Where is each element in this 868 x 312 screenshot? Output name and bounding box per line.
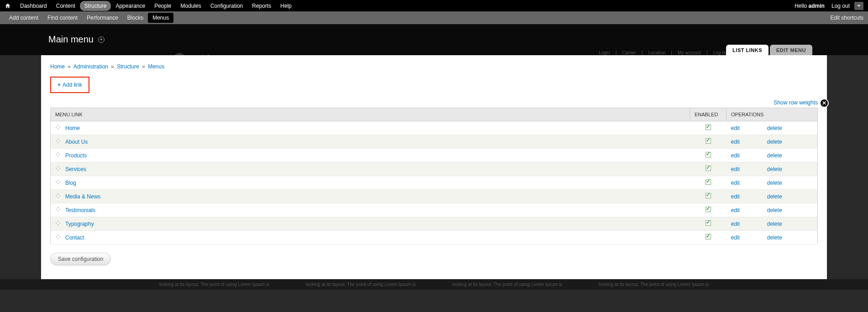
admin-menu-item[interactable]: Appearance: [111, 1, 150, 11]
table-row: Serviceseditdelete: [51, 162, 818, 176]
greeting-username: admin: [809, 3, 825, 9]
edit-link[interactable]: edit: [731, 180, 740, 186]
edit-link[interactable]: edit: [731, 221, 740, 227]
shortcut-item[interactable]: Add content: [5, 13, 43, 23]
enabled-checkbox[interactable]: [706, 193, 711, 198]
logout-link[interactable]: Log out: [831, 3, 850, 9]
tab-list-links[interactable]: LIST LINKS: [726, 45, 769, 56]
enabled-checkbox[interactable]: [706, 179, 711, 185]
shortcut-item[interactable]: Find content: [43, 13, 82, 23]
table-row: Contacteditdelete: [51, 231, 818, 244]
delete-link[interactable]: delete: [767, 166, 782, 172]
edit-link[interactable]: edit: [731, 234, 740, 241]
menu-link-item[interactable]: Home: [65, 125, 80, 131]
drag-handle-icon[interactable]: [55, 193, 61, 198]
table-row: Typographyeditdelete: [51, 217, 818, 231]
admin-menu-item[interactable]: Configuration: [206, 1, 247, 11]
overlay-tabs: LIST LINKS EDIT MENU: [726, 45, 812, 56]
enabled-checkbox[interactable]: [706, 166, 711, 171]
admin-toolbar: DashboardContentStructureAppearancePeopl…: [0, 0, 868, 11]
delete-link[interactable]: delete: [767, 180, 782, 186]
overlay-content: Home » Administration » Structure » Menu…: [41, 55, 827, 279]
enabled-checkbox[interactable]: [706, 207, 711, 212]
table-row: Homeeditdelete: [51, 121, 818, 135]
close-overlay-button[interactable]: ✕: [820, 99, 829, 108]
tab-edit-menu[interactable]: EDIT MENU: [770, 45, 812, 56]
edit-link[interactable]: edit: [731, 193, 740, 200]
toolbar-dropdown-toggle[interactable]: [854, 2, 863, 10]
edit-link[interactable]: edit: [731, 125, 740, 131]
breadcrumb-structure[interactable]: Structure: [117, 63, 139, 70]
menu-link-item[interactable]: Products: [65, 152, 87, 159]
delete-link[interactable]: delete: [767, 125, 782, 131]
table-row: About Useditdelete: [51, 135, 818, 149]
delete-link[interactable]: delete: [767, 139, 782, 145]
menu-link-item[interactable]: Testimonials: [65, 207, 95, 213]
show-row-weights: Show row weights: [50, 99, 818, 106]
show-row-weights-link[interactable]: Show row weights: [774, 99, 818, 106]
drag-handle-icon[interactable]: [55, 152, 61, 157]
delete-link[interactable]: delete: [767, 234, 782, 241]
admin-menu-item[interactable]: Help: [276, 1, 296, 11]
shortcut-item[interactable]: Menus: [148, 13, 173, 23]
menu-link-item[interactable]: Media & News: [65, 193, 100, 200]
bg-lorem-2: looking at its layout. The point of usin…: [306, 282, 416, 287]
edit-shortcuts-link[interactable]: Edit shortcuts: [830, 15, 863, 21]
shortcut-item[interactable]: Blocks: [123, 13, 148, 23]
overlay-header: RubiX Login|Career|Location|My account|L…: [0, 24, 868, 55]
shortcut-item[interactable]: Performance: [82, 13, 123, 23]
edit-link[interactable]: edit: [731, 207, 740, 213]
admin-menu: DashboardContentStructureAppearancePeopl…: [16, 1, 296, 11]
breadcrumb-home[interactable]: Home: [50, 63, 65, 70]
greeting: Hello admin: [795, 3, 825, 9]
admin-menu-item[interactable]: Dashboard: [16, 1, 52, 11]
edit-link[interactable]: edit: [731, 152, 740, 159]
enabled-checkbox[interactable]: [706, 125, 711, 130]
drag-handle-icon[interactable]: [55, 234, 61, 239]
menu-link-item[interactable]: Services: [65, 166, 86, 172]
bg-lorem-3: looking at its layout. The point of usin…: [452, 282, 562, 287]
drag-handle-icon[interactable]: [55, 220, 61, 226]
admin-menu-item[interactable]: Modules: [176, 1, 206, 11]
admin-menu-item[interactable]: Structure: [80, 1, 111, 11]
enabled-checkbox[interactable]: [706, 138, 711, 144]
enabled-checkbox[interactable]: [706, 220, 711, 226]
drag-handle-icon[interactable]: [55, 179, 61, 185]
delete-link[interactable]: delete: [767, 207, 782, 213]
edit-link[interactable]: edit: [731, 139, 740, 145]
th-operations: OPERATIONS: [727, 108, 818, 121]
admin-menu-item[interactable]: People: [150, 1, 176, 11]
bg-lorem-4: looking at its layout. The point of usin…: [599, 282, 709, 287]
menu-link-item[interactable]: Typography: [65, 221, 94, 227]
breadcrumb-menus[interactable]: Menus: [148, 63, 164, 70]
add-link-label: Add link: [63, 82, 82, 88]
drag-handle-icon[interactable]: [55, 125, 61, 130]
drag-handle-icon[interactable]: [55, 207, 61, 212]
table-row: Media & Newseditdelete: [51, 190, 818, 203]
breadcrumb-administration[interactable]: Administration: [73, 63, 108, 70]
menu-link-item[interactable]: Contact: [65, 234, 84, 241]
th-menu-link: MENU LINK: [51, 108, 690, 121]
save-configuration-button[interactable]: Save configuration: [50, 253, 111, 265]
greeting-prefix: Hello: [795, 3, 809, 9]
edit-link[interactable]: edit: [731, 166, 740, 172]
drag-handle-icon[interactable]: [55, 166, 61, 171]
enabled-checkbox[interactable]: [706, 152, 711, 157]
th-enabled: ENABLED: [690, 108, 727, 121]
admin-menu-item[interactable]: Content: [52, 1, 80, 11]
admin-menu-item[interactable]: Reports: [247, 1, 276, 11]
delete-link[interactable]: delete: [767, 152, 782, 159]
enabled-checkbox[interactable]: [706, 234, 711, 239]
drag-handle-icon[interactable]: [55, 138, 61, 144]
home-icon[interactable]: [5, 3, 11, 9]
shortcut-bar: Add contentFind contentPerformanceBlocks…: [0, 11, 868, 24]
menu-link-item[interactable]: Blog: [65, 180, 76, 186]
delete-link[interactable]: delete: [767, 193, 782, 200]
menu-link-item[interactable]: About Us: [65, 139, 88, 145]
bg-footer: looking at its layout. The point of usin…: [0, 279, 868, 290]
add-shortcut-icon[interactable]: +: [98, 36, 105, 43]
page-title: Main menu +: [48, 34, 105, 45]
delete-link[interactable]: delete: [767, 221, 782, 227]
add-link-action[interactable]: +Add link: [50, 77, 89, 93]
table-row: Blogeditdelete: [51, 176, 818, 190]
